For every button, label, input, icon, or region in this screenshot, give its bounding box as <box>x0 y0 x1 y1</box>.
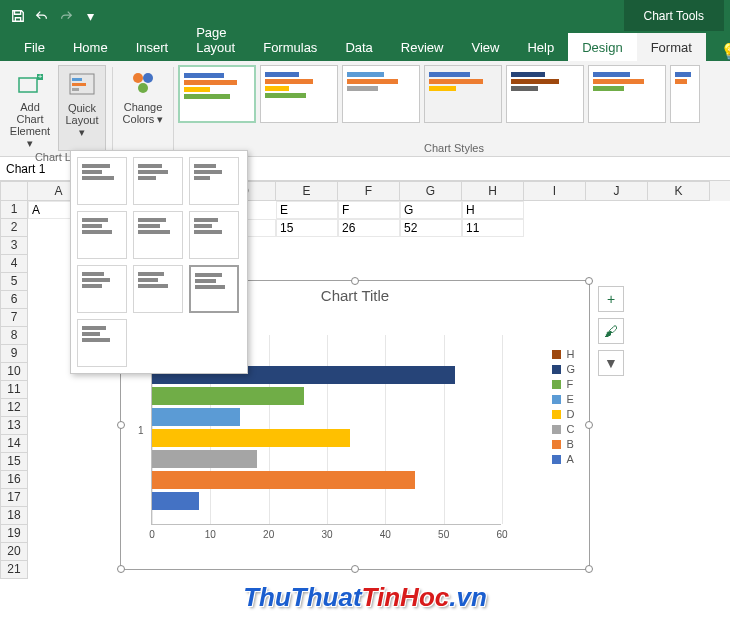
layout-5[interactable] <box>133 211 183 259</box>
chart-style-7[interactable] <box>670 65 700 123</box>
tab-data[interactable]: Data <box>331 33 386 61</box>
cell[interactable]: F <box>338 201 400 219</box>
bar-D[interactable] <box>152 429 350 447</box>
legend-item[interactable]: H <box>552 348 575 360</box>
cell[interactable]: G <box>400 201 462 219</box>
row-header[interactable]: 11 <box>0 381 28 399</box>
chart-style-2[interactable] <box>260 65 338 123</box>
resize-handle[interactable] <box>351 565 359 573</box>
row-header[interactable]: 13 <box>0 417 28 435</box>
cell[interactable]: E <box>276 201 338 219</box>
legend-item[interactable]: A <box>552 453 575 465</box>
tab-formulas[interactable]: Formulas <box>249 33 331 61</box>
redo-icon[interactable] <box>54 4 78 28</box>
legend-item[interactable]: G <box>552 363 575 375</box>
legend-item[interactable]: C <box>552 423 575 435</box>
save-icon[interactable] <box>6 4 30 28</box>
chart-elements-button[interactable]: + <box>598 286 624 312</box>
change-colors-button[interactable]: Change Colors ▾ <box>119 65 167 127</box>
add-chart-element-button[interactable]: + Add Chart Element ▾ <box>6 65 54 151</box>
resize-handle[interactable] <box>585 565 593 573</box>
col-header[interactable]: G <box>400 181 462 201</box>
row-header[interactable]: 9 <box>0 345 28 363</box>
bar-B[interactable] <box>152 471 415 489</box>
undo-icon[interactable] <box>30 4 54 28</box>
row-header[interactable]: 14 <box>0 435 28 453</box>
col-header[interactable]: F <box>338 181 400 201</box>
cell[interactable]: H <box>462 201 524 219</box>
layout-1[interactable] <box>77 157 127 205</box>
bar-A[interactable] <box>152 492 199 510</box>
layout-10[interactable] <box>77 319 127 367</box>
row-header[interactable]: 17 <box>0 489 28 507</box>
tab-help[interactable]: Help <box>513 33 568 61</box>
resize-handle[interactable] <box>351 277 359 285</box>
col-header[interactable]: H <box>462 181 524 201</box>
layout-7[interactable] <box>77 265 127 313</box>
qat-dropdown-icon[interactable]: ▾ <box>78 4 102 28</box>
row-header[interactable]: 1 <box>0 201 28 219</box>
col-header[interactable]: I <box>524 181 586 201</box>
row-header[interactable]: 4 <box>0 255 28 273</box>
tab-format[interactable]: Format <box>637 33 706 61</box>
tab-review[interactable]: Review <box>387 33 458 61</box>
resize-handle[interactable] <box>585 277 593 285</box>
cell[interactable]: 11 <box>462 219 524 237</box>
tab-home[interactable]: Home <box>59 33 122 61</box>
row-header[interactable]: 20 <box>0 543 28 561</box>
layout-4[interactable] <box>77 211 127 259</box>
layout-6[interactable] <box>189 211 239 259</box>
layout-2[interactable] <box>133 157 183 205</box>
row-header[interactable]: 2 <box>0 219 28 237</box>
bar-C[interactable] <box>152 450 257 468</box>
chart-style-6[interactable] <box>588 65 666 123</box>
row-header[interactable]: 16 <box>0 471 28 489</box>
layout-3[interactable] <box>189 157 239 205</box>
layout-8[interactable] <box>133 265 183 313</box>
row-header[interactable]: 12 <box>0 399 28 417</box>
row-header[interactable]: 3 <box>0 237 28 255</box>
row-header[interactable]: 19 <box>0 525 28 543</box>
chart-legend[interactable]: HGFEDCBA <box>552 345 575 468</box>
legend-item[interactable]: F <box>552 378 575 390</box>
chart-style-3[interactable] <box>342 65 420 123</box>
cell[interactable]: 52 <box>400 219 462 237</box>
ribbon: + Add Chart Element ▾ Quick Layout ▾ Cha… <box>0 61 730 157</box>
chart-style-5[interactable] <box>506 65 584 123</box>
col-header[interactable]: J <box>586 181 648 201</box>
col-header[interactable]: K <box>648 181 710 201</box>
row-header[interactable]: 7 <box>0 309 28 327</box>
tell-me-icon[interactable]: 💡 <box>706 42 730 61</box>
row-header[interactable]: 21 <box>0 561 28 579</box>
tab-file[interactable]: File <box>10 33 59 61</box>
chart-filters-button[interactable]: ▼ <box>598 350 624 376</box>
row-header[interactable]: 10 <box>0 363 28 381</box>
bar-E[interactable] <box>152 408 240 426</box>
select-all-corner[interactable] <box>0 181 28 201</box>
quick-layout-button[interactable]: Quick Layout ▾ <box>58 65 106 151</box>
legend-swatch <box>552 455 561 464</box>
chart-style-1[interactable] <box>178 65 256 123</box>
col-header[interactable]: E <box>276 181 338 201</box>
tab-view[interactable]: View <box>457 33 513 61</box>
bar-F[interactable] <box>152 387 304 405</box>
resize-handle[interactable] <box>117 565 125 573</box>
tab-page-layout[interactable]: Page Layout <box>182 18 249 61</box>
chart-style-4[interactable] <box>424 65 502 123</box>
tab-design[interactable]: Design <box>568 33 636 61</box>
row-header[interactable]: 18 <box>0 507 28 525</box>
row-header[interactable]: 6 <box>0 291 28 309</box>
row-header[interactable]: 5 <box>0 273 28 291</box>
row-header[interactable]: 8 <box>0 327 28 345</box>
layout-9[interactable] <box>189 265 239 313</box>
cell[interactable]: 26 <box>338 219 400 237</box>
resize-handle[interactable] <box>585 421 593 429</box>
legend-item[interactable]: D <box>552 408 575 420</box>
row-header[interactable]: 15 <box>0 453 28 471</box>
cell[interactable]: 15 <box>276 219 338 237</box>
resize-handle[interactable] <box>117 421 125 429</box>
tab-insert[interactable]: Insert <box>122 33 183 61</box>
legend-item[interactable]: E <box>552 393 575 405</box>
chart-styles-button[interactable]: 🖌 <box>598 318 624 344</box>
legend-item[interactable]: B <box>552 438 575 450</box>
